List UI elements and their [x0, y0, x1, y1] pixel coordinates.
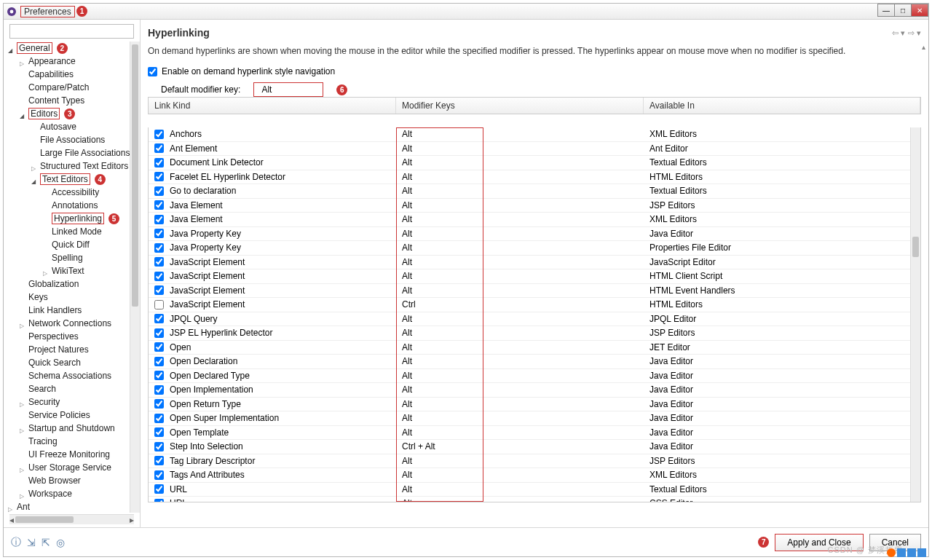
twisty-icon[interactable] [8, 44, 15, 52]
minimize-button[interactable]: — [877, 4, 895, 17]
col-available-in[interactable]: Available In [644, 98, 920, 114]
tree-item[interactable]: Annotations [5, 199, 140, 212]
table-row[interactable]: JSP EL Hyperlink DetectorAltJSP Editors [149, 326, 920, 341]
tree-item[interactable]: Content Types [5, 94, 140, 107]
tree-item[interactable]: Capabilities [5, 68, 140, 81]
twisty-icon[interactable] [20, 58, 27, 65]
row-checkbox[interactable] [154, 130, 164, 139]
row-checkbox[interactable] [154, 484, 164, 494]
row-checkbox[interactable] [154, 414, 164, 423]
row-checkbox[interactable] [154, 272, 164, 281]
row-checkbox[interactable] [154, 285, 164, 295]
row-checkbox[interactable] [154, 427, 164, 437]
table-row[interactable]: Tags And AttributesAltXML Editors [149, 468, 920, 483]
col-link-kind[interactable]: Link Kind [149, 98, 396, 114]
nav-back-icon[interactable]: ⇦ ▾ [892, 28, 905, 38]
tree-item[interactable]: Perspectives [5, 330, 140, 343]
row-checkbox[interactable] [154, 172, 164, 181]
tree-item[interactable]: Ant [5, 500, 140, 513]
nav-fwd-icon[interactable]: ⇨ ▾ [908, 28, 921, 38]
tree-item[interactable]: Text Editors4 [5, 173, 140, 186]
table-row[interactable]: JPQL QueryAltJPQL Editor [149, 312, 920, 327]
table-row[interactable]: Document Link DetectorAltTextual Editors [149, 156, 920, 170]
close-button[interactable]: ✕ [911, 4, 928, 17]
tree-item[interactable]: Link Handlers [5, 304, 140, 317]
tree-item[interactable]: Quick Diff [5, 238, 140, 251]
twisty-icon[interactable] [20, 110, 27, 117]
oomph-icon[interactable]: ◎ [56, 537, 65, 548]
maximize-button[interactable]: □ [894, 4, 912, 17]
row-checkbox[interactable] [154, 314, 164, 323]
tree-item[interactable]: Structured Text Editors [5, 159, 140, 173]
tree-item[interactable]: Workspace [5, 487, 140, 500]
tree-hscroll[interactable]: ◂▸ [9, 514, 134, 524]
desc-scroll-icon[interactable]: ▴ [922, 43, 925, 51]
enable-hyperlink-checkbox[interactable]: Enable on demand hyperlink style navigat… [148, 66, 921, 76]
twisty-icon[interactable] [31, 162, 39, 170]
table-row[interactable]: Open DeclarationAltJava Editor [149, 355, 920, 369]
table-row[interactable]: URLAltTextual Editors [149, 483, 920, 497]
row-checkbox[interactable] [154, 215, 164, 224]
import-icon[interactable]: ⇲ [27, 537, 36, 548]
tree-item[interactable]: General2 [5, 42, 140, 55]
tree-item[interactable]: Startup and Shutdown [5, 422, 140, 435]
table-row[interactable]: Open ImplementationAltJava Editor [149, 383, 920, 398]
tree-item[interactable]: UI Freeze Monitoring [5, 448, 140, 461]
tree-item[interactable]: Appearance [5, 55, 140, 68]
twisty-icon[interactable] [20, 425, 27, 432]
table-row[interactable]: Tag Library DescriptorAltJSP Editors [149, 454, 920, 469]
table-row[interactable]: JavaScript ElementAltHTML Event Handlers [149, 284, 920, 299]
table-row[interactable]: Open TemplateAltJava Editor [149, 426, 920, 441]
table-row[interactable]: Go to declarationAltTextual Editors [149, 184, 920, 199]
tree-item[interactable]: Search [5, 382, 140, 395]
table-row[interactable]: Ant ElementAltAnt Editor [149, 142, 920, 157]
help-icon[interactable]: ⓘ [11, 536, 21, 549]
row-checkbox[interactable] [154, 200, 164, 210]
tree-item[interactable]: Web Browser [5, 474, 140, 487]
filter-input[interactable] [9, 24, 134, 39]
table-row[interactable]: Java Property KeyAltJava Editor [149, 227, 920, 242]
table-row[interactable]: Open Super ImplementationAltJava Editor [149, 411, 920, 426]
row-checkbox[interactable] [154, 328, 164, 338]
twisty-icon[interactable] [20, 320, 27, 327]
row-checkbox[interactable] [154, 342, 164, 352]
tree-item[interactable]: Tracing [5, 435, 140, 448]
tree-item[interactable]: Spelling [5, 251, 140, 264]
tree-item[interactable]: Network Connections [5, 317, 140, 330]
export-icon[interactable]: ⇱ [42, 537, 50, 548]
table-row[interactable]: OpenAltJET Editor [149, 341, 920, 355]
table-row[interactable]: Facelet EL Hyperlink DetectorAltHTML Edi… [149, 170, 920, 185]
row-checkbox[interactable] [154, 499, 164, 502]
tree-item[interactable]: Autosave [5, 120, 140, 133]
row-checkbox[interactable] [154, 143, 164, 153]
tree-item[interactable]: User Storage Service [5, 461, 140, 474]
row-checkbox[interactable] [154, 442, 164, 451]
row-checkbox[interactable] [154, 158, 164, 167]
twisty-icon[interactable] [20, 464, 27, 471]
twisty-icon[interactable] [20, 490, 27, 497]
table-scrollbar[interactable] [910, 127, 920, 502]
table-row[interactable]: Open Return TypeAltJava Editor [149, 398, 920, 412]
tree-item[interactable]: Hyperlinking5 [5, 212, 140, 225]
row-checkbox[interactable] [154, 243, 164, 253]
tree-item[interactable]: WikiText [5, 264, 140, 277]
twisty-icon[interactable] [20, 398, 27, 406]
table-row[interactable]: Step Into SelectionCtrl + AltJava Editor [149, 440, 920, 454]
row-checkbox[interactable] [154, 399, 164, 409]
tree-item[interactable]: Quick Search [5, 356, 140, 369]
row-checkbox[interactable] [154, 357, 164, 366]
table-row[interactable]: JavaScript ElementAltHTML Client Script [149, 269, 920, 284]
row-checkbox[interactable] [154, 229, 164, 238]
row-checkbox[interactable] [154, 470, 164, 480]
twisty-icon[interactable] [31, 176, 39, 183]
row-checkbox[interactable] [154, 186, 164, 196]
table-row[interactable]: AnchorsAltXML Editors [149, 127, 920, 142]
table-row[interactable]: Java ElementAltXML Editors [149, 213, 920, 227]
table-row[interactable]: Open Declared TypeAltJava Editor [149, 369, 920, 384]
tree-item[interactable]: Service Policies [5, 409, 140, 422]
tree-item[interactable]: Large File Associations [5, 146, 140, 159]
tree-item[interactable]: Accessibility [5, 186, 140, 199]
row-checkbox[interactable] [154, 371, 164, 380]
row-checkbox[interactable] [154, 257, 164, 267]
modifier-input[interactable]: Alt [253, 82, 323, 97]
